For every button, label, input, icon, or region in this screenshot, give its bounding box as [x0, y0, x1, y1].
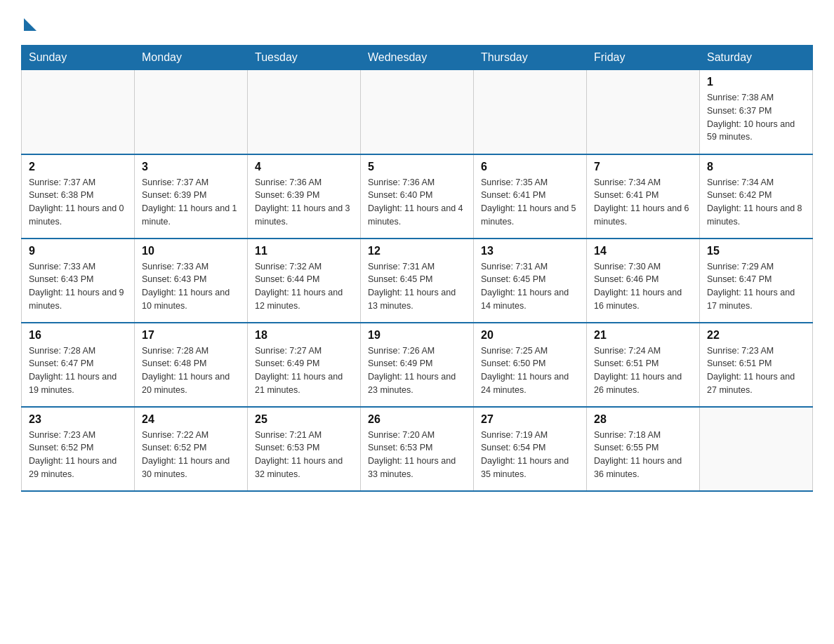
table-row: 23Sunrise: 7:23 AMSunset: 6:52 PMDayligh…	[22, 407, 135, 491]
day-number: 20	[481, 329, 579, 342]
day-info: Sunrise: 7:37 AMSunset: 6:39 PMDaylight:…	[142, 176, 240, 229]
calendar-table: Sunday Monday Tuesday Wednesday Thursday…	[21, 45, 813, 492]
day-info: Sunrise: 7:19 AMSunset: 6:54 PMDaylight:…	[481, 429, 579, 481]
table-row	[248, 70, 361, 154]
calendar-week-row: 23Sunrise: 7:23 AMSunset: 6:52 PMDayligh…	[22, 407, 813, 491]
day-number: 22	[707, 329, 805, 342]
day-info: Sunrise: 7:26 AMSunset: 6:49 PMDaylight:…	[368, 344, 466, 397]
day-info: Sunrise: 7:24 AMSunset: 6:51 PMDaylight:…	[594, 344, 692, 397]
day-number: 10	[142, 245, 240, 257]
table-row: 12Sunrise: 7:31 AMSunset: 6:45 PMDayligh…	[361, 239, 474, 323]
table-row: 27Sunrise: 7:19 AMSunset: 6:54 PMDayligh…	[474, 407, 587, 491]
day-number: 26	[368, 413, 466, 426]
day-info: Sunrise: 7:31 AMSunset: 6:45 PMDaylight:…	[368, 260, 466, 313]
day-number: 21	[594, 329, 692, 342]
day-info: Sunrise: 7:20 AMSunset: 6:53 PMDaylight:…	[368, 429, 466, 481]
day-info: Sunrise: 7:32 AMSunset: 6:44 PMDaylight:…	[255, 260, 353, 313]
table-row: 17Sunrise: 7:28 AMSunset: 6:48 PMDayligh…	[135, 323, 248, 407]
day-number: 25	[255, 413, 353, 426]
day-info: Sunrise: 7:29 AMSunset: 6:47 PMDaylight:…	[707, 260, 805, 313]
day-number: 6	[481, 161, 579, 173]
table-row: 14Sunrise: 7:30 AMSunset: 6:46 PMDayligh…	[587, 239, 700, 323]
logo	[21, 14, 37, 31]
day-number: 11	[255, 245, 353, 257]
day-info: Sunrise: 7:28 AMSunset: 6:47 PMDaylight:…	[29, 344, 127, 397]
header-saturday: Saturday	[700, 46, 813, 70]
day-info: Sunrise: 7:35 AMSunset: 6:41 PMDaylight:…	[481, 176, 579, 229]
day-info: Sunrise: 7:23 AMSunset: 6:52 PMDaylight:…	[29, 429, 127, 481]
table-row: 19Sunrise: 7:26 AMSunset: 6:49 PMDayligh…	[361, 323, 474, 407]
day-info: Sunrise: 7:34 AMSunset: 6:41 PMDaylight:…	[594, 176, 692, 229]
day-number: 3	[142, 161, 240, 173]
day-info: Sunrise: 7:23 AMSunset: 6:51 PMDaylight:…	[707, 344, 805, 397]
table-row: 4Sunrise: 7:36 AMSunset: 6:39 PMDaylight…	[248, 154, 361, 239]
table-row	[474, 70, 587, 154]
table-row	[361, 70, 474, 154]
table-row: 10Sunrise: 7:33 AMSunset: 6:43 PMDayligh…	[135, 239, 248, 323]
table-row: 20Sunrise: 7:25 AMSunset: 6:50 PMDayligh…	[474, 323, 587, 407]
day-info: Sunrise: 7:27 AMSunset: 6:49 PMDaylight:…	[255, 344, 353, 397]
day-info: Sunrise: 7:37 AMSunset: 6:38 PMDaylight:…	[29, 176, 127, 229]
header-wednesday: Wednesday	[361, 46, 474, 70]
day-number: 2	[29, 161, 127, 173]
table-row: 6Sunrise: 7:35 AMSunset: 6:41 PMDaylight…	[474, 154, 587, 239]
day-number: 17	[142, 329, 240, 342]
day-number: 13	[481, 245, 579, 257]
table-row: 28Sunrise: 7:18 AMSunset: 6:55 PMDayligh…	[587, 407, 700, 491]
table-row: 11Sunrise: 7:32 AMSunset: 6:44 PMDayligh…	[248, 239, 361, 323]
day-number: 12	[368, 245, 466, 257]
day-number: 16	[29, 329, 127, 342]
header-friday: Friday	[587, 46, 700, 70]
day-info: Sunrise: 7:18 AMSunset: 6:55 PMDaylight:…	[594, 429, 692, 481]
day-number: 27	[481, 413, 579, 426]
table-row: 3Sunrise: 7:37 AMSunset: 6:39 PMDaylight…	[135, 154, 248, 239]
day-info: Sunrise: 7:31 AMSunset: 6:45 PMDaylight:…	[481, 260, 579, 313]
calendar-week-row: 9Sunrise: 7:33 AMSunset: 6:43 PMDaylight…	[22, 239, 813, 323]
table-row: 5Sunrise: 7:36 AMSunset: 6:40 PMDaylight…	[361, 154, 474, 239]
calendar-week-row: 16Sunrise: 7:28 AMSunset: 6:47 PMDayligh…	[22, 323, 813, 407]
day-number: 18	[255, 329, 353, 342]
day-info: Sunrise: 7:25 AMSunset: 6:50 PMDaylight:…	[481, 344, 579, 397]
table-row: 1Sunrise: 7:38 AMSunset: 6:37 PMDaylight…	[700, 70, 813, 154]
table-row	[22, 70, 135, 154]
table-row: 24Sunrise: 7:22 AMSunset: 6:52 PMDayligh…	[135, 407, 248, 491]
table-row	[700, 407, 813, 491]
table-row: 26Sunrise: 7:20 AMSunset: 6:53 PMDayligh…	[361, 407, 474, 491]
day-info: Sunrise: 7:38 AMSunset: 6:37 PMDaylight:…	[707, 91, 805, 144]
header-thursday: Thursday	[474, 46, 587, 70]
table-row: 9Sunrise: 7:33 AMSunset: 6:43 PMDaylight…	[22, 239, 135, 323]
day-info: Sunrise: 7:22 AMSunset: 6:52 PMDaylight:…	[142, 429, 240, 481]
table-row: 21Sunrise: 7:24 AMSunset: 6:51 PMDayligh…	[587, 323, 700, 407]
day-info: Sunrise: 7:21 AMSunset: 6:53 PMDaylight:…	[255, 429, 353, 481]
day-number: 14	[594, 245, 692, 257]
table-row: 2Sunrise: 7:37 AMSunset: 6:38 PMDaylight…	[22, 154, 135, 239]
table-row	[135, 70, 248, 154]
page-header	[21, 14, 813, 31]
day-number: 15	[707, 245, 805, 257]
table-row: 16Sunrise: 7:28 AMSunset: 6:47 PMDayligh…	[22, 323, 135, 407]
calendar-header-row: Sunday Monday Tuesday Wednesday Thursday…	[22, 46, 813, 70]
day-info: Sunrise: 7:33 AMSunset: 6:43 PMDaylight:…	[142, 260, 240, 313]
calendar-week-row: 2Sunrise: 7:37 AMSunset: 6:38 PMDaylight…	[22, 154, 813, 239]
day-info: Sunrise: 7:30 AMSunset: 6:46 PMDaylight:…	[594, 260, 692, 313]
header-sunday: Sunday	[22, 46, 135, 70]
day-info: Sunrise: 7:33 AMSunset: 6:43 PMDaylight:…	[29, 260, 127, 313]
table-row	[587, 70, 700, 154]
table-row: 7Sunrise: 7:34 AMSunset: 6:41 PMDaylight…	[587, 154, 700, 239]
table-row: 18Sunrise: 7:27 AMSunset: 6:49 PMDayligh…	[248, 323, 361, 407]
table-row: 8Sunrise: 7:34 AMSunset: 6:42 PMDaylight…	[700, 154, 813, 239]
day-number: 7	[594, 161, 692, 173]
day-number: 4	[255, 161, 353, 173]
logo-arrow-icon	[24, 18, 37, 31]
table-row: 15Sunrise: 7:29 AMSunset: 6:47 PMDayligh…	[700, 239, 813, 323]
day-number: 23	[29, 413, 127, 426]
table-row: 25Sunrise: 7:21 AMSunset: 6:53 PMDayligh…	[248, 407, 361, 491]
day-info: Sunrise: 7:36 AMSunset: 6:40 PMDaylight:…	[368, 176, 466, 229]
day-number: 24	[142, 413, 240, 426]
day-number: 8	[707, 161, 805, 173]
day-number: 19	[368, 329, 466, 342]
header-tuesday: Tuesday	[248, 46, 361, 70]
calendar-week-row: 1Sunrise: 7:38 AMSunset: 6:37 PMDaylight…	[22, 70, 813, 154]
header-monday: Monday	[135, 46, 248, 70]
day-number: 5	[368, 161, 466, 173]
